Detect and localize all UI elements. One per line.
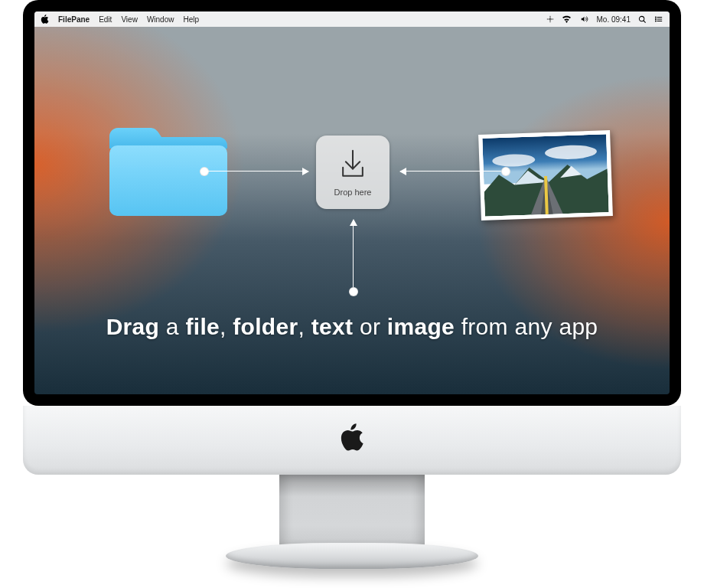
menu-extra-icon[interactable]: [546, 15, 554, 23]
drop-zone-label: Drop here: [334, 188, 372, 197]
image-thumbnail-content: [482, 134, 608, 217]
apple-menu-icon[interactable]: [41, 15, 49, 24]
monitor-stand-base: [226, 543, 478, 569]
monitor-stand-neck: [279, 475, 425, 547]
arrow-origin-dot: [200, 167, 209, 176]
svg-line-6: [644, 20, 646, 22]
headline-word-folder: folder: [233, 314, 298, 339]
spotlight-icon[interactable]: [638, 15, 647, 24]
menu-help[interactable]: Help: [183, 15, 199, 24]
folder-icon[interactable]: [103, 122, 233, 225]
svg-rect-13: [109, 145, 227, 216]
wifi-icon[interactable]: [562, 15, 572, 23]
app-name[interactable]: FilePane: [58, 15, 90, 24]
screen-bezel: FilePane Edit View Window Help: [23, 0, 681, 406]
menu-list-icon[interactable]: [654, 15, 663, 23]
desktop-content: Drop here: [34, 27, 670, 394]
arrow-origin-dot: [501, 167, 510, 176]
imac-monitor: FilePane Edit View Window Help: [23, 0, 681, 569]
headline-word-text: text: [311, 314, 354, 339]
image-thumbnail[interactable]: [478, 130, 613, 220]
headline-word-drag: Drag: [106, 314, 160, 339]
arrow-from-image: [400, 171, 501, 172]
svg-point-10: [655, 17, 656, 18]
svg-point-0: [549, 18, 551, 21]
menu-edit[interactable]: Edit: [99, 15, 112, 24]
arrow-from-folder: [207, 171, 308, 172]
svg-point-11: [655, 19, 656, 20]
download-icon: [336, 148, 370, 185]
svg-point-5: [639, 16, 644, 21]
svg-point-12: [655, 21, 656, 21]
arrow-from-text: [353, 220, 354, 287]
arrow-origin-dot: [349, 287, 358, 296]
volume-icon[interactable]: [579, 15, 589, 23]
macos-menubar: FilePane Edit View Window Help: [34, 11, 670, 27]
apple-logo-icon: [341, 423, 363, 454]
desktop-screen: FilePane Edit View Window Help: [34, 11, 670, 394]
headline-word-image: image: [387, 314, 455, 339]
monitor-chin: [23, 406, 681, 475]
drop-zone[interactable]: Drop here: [316, 136, 389, 209]
menu-view[interactable]: View: [121, 15, 138, 24]
menu-window[interactable]: Window: [147, 15, 174, 24]
instruction-headline: Drag a file, folder, text or image from …: [34, 314, 670, 340]
headline-word-file: file: [185, 314, 220, 339]
clock[interactable]: Mo. 09:41: [597, 15, 631, 24]
